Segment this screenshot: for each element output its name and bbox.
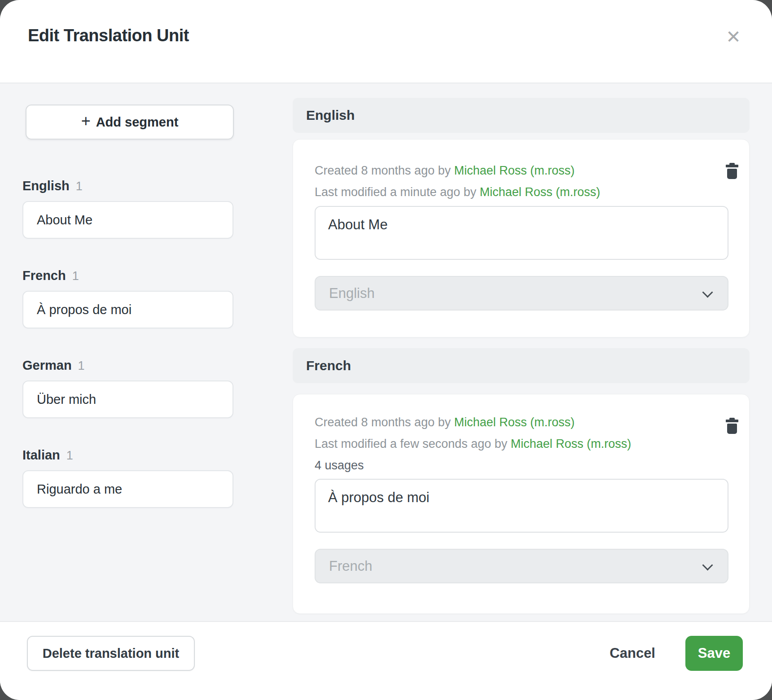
panel-title: French (306, 358, 351, 373)
segment-language-label: German (22, 358, 72, 373)
panel-header-english: English (293, 98, 750, 133)
segment-textarea-english[interactable]: About Me (315, 206, 728, 260)
delete-segment-button[interactable] (717, 153, 735, 173)
segment-card-english[interactable]: About Me (22, 201, 233, 239)
dialog-header: Edit Translation Unit ✕ (0, 0, 772, 83)
segment-text: Riguardo a me (37, 482, 122, 497)
segment-language-label: French (22, 268, 66, 283)
edit-translation-unit-dialog: Edit Translation Unit ✕ + Add segment En… (0, 0, 772, 700)
segment-group-english: English 1 About Me (22, 179, 233, 239)
created-user-link[interactable]: Michael Ross (m.ross) (454, 164, 575, 177)
chevron-down-icon (702, 287, 713, 298)
chevron-down-icon (702, 560, 713, 570)
delete-translation-unit-button[interactable]: Delete translation unit (27, 636, 195, 671)
segment-group-italian: Italian 1 Riguardo a me (22, 448, 233, 508)
segment-group-german: German 1 Über mich (22, 358, 233, 418)
modified-user-link[interactable]: Michael Ross (m.ross) (480, 185, 601, 199)
add-segment-button[interactable]: + Add segment (26, 105, 234, 140)
usages-line: 4 usages (315, 455, 631, 476)
modified-user-link[interactable]: Michael Ross (m.ross) (511, 437, 632, 451)
modified-line: Last modified a few seconds ago by Micha… (315, 433, 631, 455)
plus-icon: + (81, 112, 91, 131)
segment-card-french[interactable]: À propos de moi (22, 291, 233, 328)
segment-textarea-french[interactable]: À propos de moi (315, 479, 728, 533)
delete-segment-button[interactable] (717, 408, 735, 428)
created-line: Created 8 months ago by Michael Ross (m.… (315, 411, 631, 433)
modified-line: Last modified a minute ago by Michael Ro… (315, 181, 600, 203)
language-select-value: English (329, 285, 375, 302)
segment-group-french: French 1 À propos de moi (22, 268, 233, 328)
segment-count: 1 (66, 449, 73, 463)
panel-card-english: Created 8 months ago by Michael Ross (m.… (293, 139, 750, 337)
close-icon[interactable]: ✕ (723, 26, 744, 48)
panel-header-french: French (293, 348, 750, 383)
created-user-link[interactable]: Michael Ross (m.ross) (454, 416, 575, 429)
dialog-title: Edit Translation Unit (28, 26, 189, 45)
segment-card-german[interactable]: Über mich (22, 381, 233, 418)
segment-language-label: English (22, 179, 70, 193)
segment-count: 1 (76, 179, 83, 193)
add-segment-label: Add segment (96, 115, 179, 130)
panel-title: English (306, 108, 355, 123)
segment-count: 1 (78, 359, 85, 373)
segment-text: À propos de moi (37, 302, 132, 317)
cancel-button[interactable]: Cancel (605, 636, 660, 671)
segment-count: 1 (72, 269, 79, 283)
language-select-english[interactable]: English (315, 276, 728, 311)
segment-text: About Me (37, 213, 92, 228)
segment-language-label: Italian (22, 448, 60, 463)
language-select-french[interactable]: French (315, 549, 728, 583)
save-button[interactable]: Save (685, 636, 743, 671)
dialog-footer: Delete translation unit Cancel Save (0, 621, 772, 700)
segment-card-italian[interactable]: Riguardo a me (22, 470, 233, 508)
segment-text: Über mich (37, 392, 96, 407)
created-line: Created 8 months ago by Michael Ross (m.… (315, 160, 600, 181)
language-select-value: French (329, 558, 372, 574)
panel-card-french: Created 8 months ago by Michael Ross (m.… (293, 394, 750, 614)
